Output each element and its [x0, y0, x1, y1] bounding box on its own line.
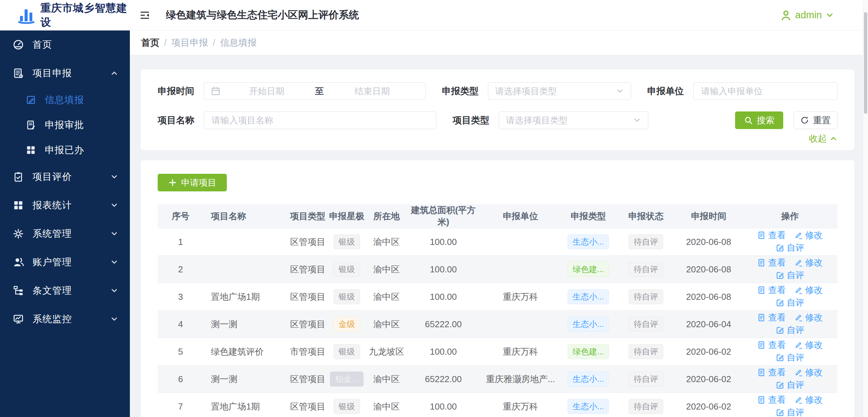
table-row: 7 置地广场1期 区管项目 银级 渝中区 100.00 重庆万科 生态小... …	[158, 393, 837, 417]
sidebar-item-project-evaluate[interactable]: 项目评价	[0, 163, 130, 191]
sidebar-item-declare-done[interactable]: 申报已办	[0, 138, 130, 163]
sidebar-item-home[interactable]: 首页	[0, 30, 130, 59]
self-evaluate-link[interactable]: 自评	[776, 269, 804, 281]
declare-type-tag: 绿色建...	[568, 344, 609, 359]
report-unit-input[interactable]	[693, 82, 837, 100]
table-row: 6 测一测 区管项目 铂金... 渝中区 65222.00 重庆雅灏房地产...…	[158, 366, 837, 393]
chevron-down-icon	[616, 87, 624, 95]
project-name-input[interactable]	[204, 111, 436, 129]
view-link[interactable]: 查看	[757, 394, 786, 406]
fold-icon	[140, 10, 150, 20]
breadcrumb-separator: /	[164, 38, 167, 48]
edit-link[interactable]: 修改	[794, 339, 823, 351]
edit-link[interactable]: 修改	[794, 284, 823, 296]
self-evaluate-link[interactable]: 自评	[776, 406, 804, 417]
reset-button[interactable]: 重置	[793, 111, 837, 129]
edit-square-icon	[776, 408, 784, 417]
view-link[interactable]: 查看	[757, 339, 786, 351]
sidebar-item-declare-approve[interactable]: 申报审批	[0, 112, 130, 138]
clipboard-check-icon	[13, 171, 24, 182]
table-row: 4 测一测 区管项目 金级 渝中区 65222.00 生态小... 待自评 20…	[158, 311, 837, 338]
refresh-icon	[800, 116, 809, 125]
username: admin	[795, 9, 822, 21]
breadcrumb-separator: /	[213, 38, 216, 48]
users-icon	[13, 257, 24, 268]
status-tag: 待自评	[629, 399, 663, 414]
sidebar-item-project-declare[interactable]: 项目申报	[0, 59, 130, 87]
pen-icon	[794, 368, 803, 377]
document-icon	[757, 258, 766, 267]
declare-type-tag: 生态小...	[568, 317, 609, 332]
collapse-filter-link[interactable]: 收起	[809, 133, 837, 145]
sidebar-collapse-button[interactable]	[137, 8, 152, 23]
star-tag: 银级	[334, 289, 360, 304]
star-tag: 金级	[334, 317, 360, 332]
declare-type-tag: 生态小...	[568, 399, 609, 414]
edit-link[interactable]: 修改	[794, 367, 823, 378]
header-declare-type: 申报类型	[559, 204, 617, 228]
system-title: 绿色建筑与绿色生态住宅小区网上评价系统	[166, 8, 359, 22]
status-tag: 待自评	[629, 234, 663, 249]
report-type-label: 申报类型	[442, 85, 478, 97]
edit-link[interactable]: 修改	[794, 312, 823, 324]
report-unit-label: 申报单位	[647, 85, 684, 97]
view-link[interactable]: 查看	[757, 284, 786, 296]
start-date-input[interactable]: 开始日期	[220, 85, 313, 97]
edit-square-icon	[776, 271, 784, 279]
self-evaluate-link[interactable]: 自评	[776, 242, 804, 254]
document-icon	[757, 231, 766, 239]
header-project-type: 项目类型	[290, 204, 326, 228]
apply-project-button[interactable]: 申请项目	[158, 174, 227, 191]
star-tag: 银级	[334, 262, 360, 277]
chevron-down-icon	[110, 287, 118, 295]
edit-link[interactable]: 修改	[794, 394, 823, 406]
sidebar-item-info-fill[interactable]: 信息填报	[0, 87, 130, 112]
brand-title: 重庆市城乡智慧建设	[40, 1, 130, 29]
grid-icon	[26, 145, 36, 155]
self-evaluate-link[interactable]: 自评	[776, 352, 804, 363]
status-tag: 待自评	[629, 372, 663, 387]
project-list-panel: 申请项目 序号 项目名称 项目类型 申报星极 所在地	[141, 160, 854, 417]
pen-icon	[794, 313, 803, 322]
sidebar-item-system-monitor[interactable]: 系统监控	[0, 305, 130, 333]
sidebar-item-account-manage[interactable]: 账户管理	[0, 248, 130, 276]
pen-icon	[794, 286, 803, 294]
project-type-select[interactable]: 请选择项目类型	[499, 111, 648, 129]
grid-icon	[13, 200, 24, 211]
edit-link[interactable]: 修改	[794, 257, 823, 269]
date-range-picker[interactable]: 开始日期 至 结束日期	[204, 82, 426, 100]
table-row: 3 置地广场1期 区管项目 银级 渝中区 100.00 重庆万科 生态小... …	[158, 283, 837, 311]
scrollbar-thumb[interactable]	[864, 12, 867, 114]
sidebar-item-system-manage[interactable]: 系统管理	[0, 220, 130, 248]
calendar-icon	[211, 86, 220, 96]
report-type-select[interactable]: 请选择项目类型	[488, 82, 631, 100]
edit-link[interactable]: 修改	[794, 229, 823, 241]
breadcrumb-home[interactable]: 首页	[141, 37, 159, 49]
view-link[interactable]: 查看	[757, 312, 786, 324]
edit-square-icon	[26, 95, 36, 105]
self-evaluate-link[interactable]: 自评	[776, 324, 804, 336]
header-date: 申报时间	[675, 204, 743, 228]
declare-type-tag: 绿色建...	[568, 262, 609, 277]
sidebar-item-report-stats[interactable]: 报表统计	[0, 191, 130, 220]
edit-square-icon	[776, 244, 784, 252]
header-unit: 申报单位	[481, 204, 559, 228]
document-icon	[757, 368, 766, 377]
end-date-input[interactable]: 结束日期	[326, 85, 418, 97]
user-menu[interactable]: admin	[780, 9, 834, 21]
view-link[interactable]: 查看	[757, 367, 786, 378]
chevron-down-icon	[825, 11, 834, 20]
brand: 重庆市城乡智慧建设	[0, 1, 130, 29]
sidebar-item-clause-manage[interactable]: 条文管理	[0, 276, 130, 305]
view-link[interactable]: 查看	[757, 229, 786, 241]
top-bar: 重庆市城乡智慧建设 绿色建筑与绿色生态住宅小区网上评价系统 admin	[0, 0, 868, 30]
chevron-down-icon	[110, 173, 118, 181]
view-link[interactable]: 查看	[757, 257, 786, 269]
breadcrumb-project-declare[interactable]: 项目申报	[172, 37, 208, 49]
table-row: 1 区管项目 银级 渝中区 100.00 生态小... 待自评 2020-06-…	[158, 228, 837, 256]
search-button[interactable]: 搜索	[735, 111, 783, 129]
gear-icon	[13, 228, 24, 239]
self-evaluate-link[interactable]: 自评	[776, 297, 804, 309]
table-header-row: 序号 项目名称 项目类型 申报星极 所在地 建筑总面积(平方米) 申报单位 申报…	[158, 204, 837, 228]
self-evaluate-link[interactable]: 自评	[776, 379, 804, 391]
